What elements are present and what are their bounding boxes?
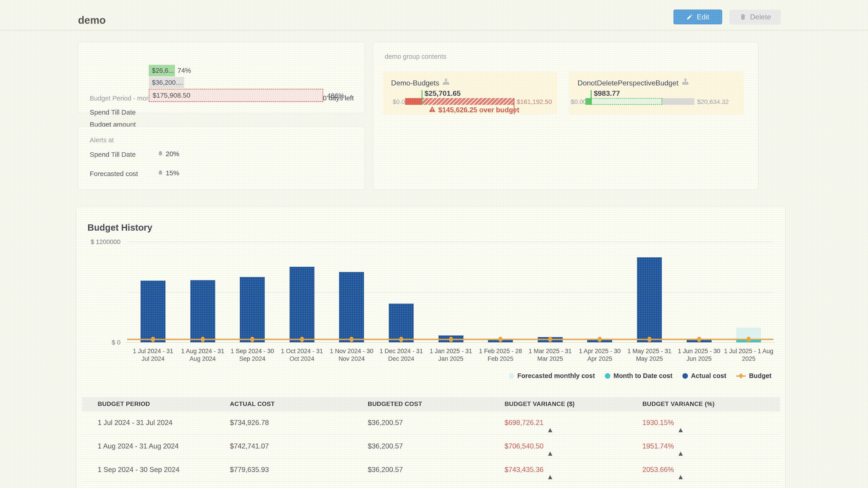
group-item-name: Demo-Budgets bbox=[391, 79, 439, 87]
legend-swatch bbox=[736, 373, 746, 379]
table-cell: $36,200.57 bbox=[368, 466, 403, 474]
x-axis-label: 1 Jan 2025 - 31 Jan 2025 bbox=[426, 347, 476, 363]
alerts-title: Alerts at bbox=[90, 136, 114, 144]
header-divider bbox=[0, 30, 868, 31]
edit-button[interactable]: Edit bbox=[673, 9, 722, 24]
remaining-segment bbox=[662, 98, 694, 105]
variance-cell: 2053.66%▲ bbox=[643, 466, 674, 474]
budget-marker bbox=[647, 337, 651, 342]
variance-cell: $743,435.36▲ bbox=[504, 466, 544, 474]
actual-cost-bar bbox=[141, 281, 165, 342]
budget-marker bbox=[201, 337, 205, 342]
legend-label: Budget bbox=[749, 372, 772, 380]
table-cell: $742,741.07 bbox=[230, 442, 269, 450]
budget-amount-bar: $36,200.... bbox=[149, 77, 184, 88]
up-triangle-icon: ▲ bbox=[677, 426, 684, 434]
delete-button[interactable]: Delete bbox=[730, 9, 781, 24]
table-cell: $36,200.57 bbox=[368, 442, 403, 450]
legend-label: Actual cost bbox=[691, 372, 726, 380]
alert-forecast-value: 15% bbox=[166, 169, 179, 177]
table-header: BUDGET VARIANCE (%) bbox=[643, 400, 715, 408]
forecast-overage-segment bbox=[422, 98, 514, 105]
up-triangle-icon: ▲ bbox=[677, 449, 684, 457]
alert-forecast-label: Forecasted cost bbox=[90, 170, 138, 177]
hierarchy-icon bbox=[442, 78, 450, 88]
table-cell: 1 Aug 2024 - 31 Aug 2024 bbox=[98, 442, 179, 450]
x-axis-label: 1 Mar 2025 - 31 Mar 2025 bbox=[525, 347, 575, 363]
group-contents-card: demo group contents Demo-Budgets $25,701… bbox=[373, 42, 758, 190]
actual-cost-bar bbox=[339, 272, 364, 342]
x-axis-label: 1 Dec 2024 - 31 Dec 2024 bbox=[376, 347, 426, 363]
actual-cost-bar bbox=[289, 267, 314, 342]
table-header: BUDGETED COST bbox=[368, 400, 422, 408]
budget-marker bbox=[300, 337, 304, 342]
budget-marker-tick bbox=[591, 90, 592, 105]
alert-spend-label: Spend Till Date bbox=[90, 151, 135, 158]
table-row: 1 Jul 2024 - 31 Jul 2024$734,926.78$36,2… bbox=[82, 412, 780, 435]
table-cell: $779,635.93 bbox=[230, 466, 269, 474]
table-cell: 1 Sep 2024 - 30 Sep 2024 bbox=[98, 466, 180, 474]
item-max-label: $20,634.32 bbox=[697, 98, 729, 105]
table-cell: $734,926.78 bbox=[230, 419, 269, 427]
legend-item[interactable]: Forecasted monthly cost bbox=[509, 372, 595, 380]
spend-segment bbox=[585, 98, 591, 105]
legend-item[interactable]: Month to Date cost bbox=[605, 372, 673, 380]
budget-marker bbox=[250, 337, 254, 342]
up-triangle-icon: ▲ bbox=[547, 473, 554, 481]
item-max-label: $161,192.50 bbox=[517, 98, 552, 105]
table-cell: $36,200.57 bbox=[368, 419, 403, 427]
forecasted-cost-bar: $175,908.50 bbox=[149, 89, 323, 102]
variance-cell: $706,540.50▲ bbox=[504, 442, 544, 450]
budget-marker bbox=[151, 337, 155, 342]
gridline bbox=[127, 292, 774, 293]
warning-icon bbox=[429, 106, 436, 114]
legend-swatch bbox=[682, 373, 688, 379]
x-axis-line bbox=[126, 342, 775, 343]
legend-item[interactable]: Actual cost bbox=[682, 372, 726, 380]
alerts-card: Alerts at Spend Till Date 20% Forecasted… bbox=[78, 127, 365, 190]
legend-swatch bbox=[509, 373, 514, 379]
x-axis-label: 1 May 2025 - 31 May 2025 bbox=[625, 347, 674, 363]
actual-cost-bar bbox=[240, 277, 265, 342]
budget-marker bbox=[449, 337, 453, 342]
item-usage-bar bbox=[585, 98, 694, 105]
forecast-segment bbox=[591, 98, 662, 105]
spend-till-date-label: Spend Till Date bbox=[90, 108, 135, 116]
forecasted-cost-percent: 486% bbox=[327, 92, 344, 100]
budget-period-card: Budget Period - monthly 10 days left Spe… bbox=[78, 42, 365, 113]
gridline bbox=[127, 242, 774, 242]
group-item-demo-budgets[interactable]: Demo-Budgets $25,701.65 $0.00 $161,192.5… bbox=[382, 72, 558, 115]
budget-history-panel: Budget History $ 1200000 $ 0 1 Jul 2024 … bbox=[76, 207, 785, 488]
group-contents-title: demo group contents bbox=[385, 53, 446, 60]
table-header: BUDGET PERIOD bbox=[98, 400, 150, 408]
delete-button-label: Delete bbox=[750, 13, 771, 21]
spend-till-date-bar: $26,6... bbox=[149, 65, 175, 76]
legend-item[interactable]: Budget bbox=[736, 372, 772, 380]
bell-icon bbox=[158, 170, 163, 176]
x-axis-label: 1 Jul 2024 - 31 Jul 2024 bbox=[128, 347, 178, 363]
table-row: 1 Sep 2024 - 30 Sep 2024$779,635.93$36,2… bbox=[82, 458, 780, 482]
hierarchy-icon bbox=[682, 78, 689, 88]
table-header: BUDGET VARIANCE ($) bbox=[504, 400, 575, 408]
budget-marker bbox=[747, 337, 751, 342]
x-axis-label: 1 Jul 2025 - 1 Aug 2025 bbox=[724, 347, 774, 363]
table-header: ACTUAL COST bbox=[230, 400, 275, 408]
actual-cost-bar bbox=[190, 280, 215, 342]
legend-label: Forecasted monthly cost bbox=[518, 372, 595, 380]
edit-button-label: Edit bbox=[697, 13, 709, 21]
variance-cell: $698,726.21▲ bbox=[504, 419, 544, 427]
x-axis-label: 1 Aug 2024 - 31 Aug 2024 bbox=[178, 347, 228, 363]
bell-icon bbox=[158, 151, 163, 157]
up-triangle-icon: ▲ bbox=[677, 473, 684, 481]
group-item-donotdelete[interactable]: DonotDeletePerspectiveBudget $983.77 $0.… bbox=[569, 72, 744, 115]
page-title: demo bbox=[78, 14, 106, 26]
x-axis-label: 1 Feb 2025 - 28 Feb 2025 bbox=[475, 347, 525, 363]
x-axis-label: 1 Oct 2024 - 31 Oct 2024 bbox=[277, 347, 327, 363]
table-cell: 1 Jul 2024 - 31 Jul 2024 bbox=[98, 419, 173, 427]
item-budget-value: $25,701.65 bbox=[425, 89, 461, 98]
budget-marker bbox=[697, 337, 701, 342]
legend-label: Month to Date cost bbox=[614, 372, 673, 380]
x-axis-label: 1 Apr 2025 - 30 Apr 2025 bbox=[575, 347, 625, 363]
x-axis-label: 1 Jun 2025 - 30 Jun 2025 bbox=[674, 347, 724, 363]
variance-cell: 1930.15%▲ bbox=[643, 419, 674, 427]
